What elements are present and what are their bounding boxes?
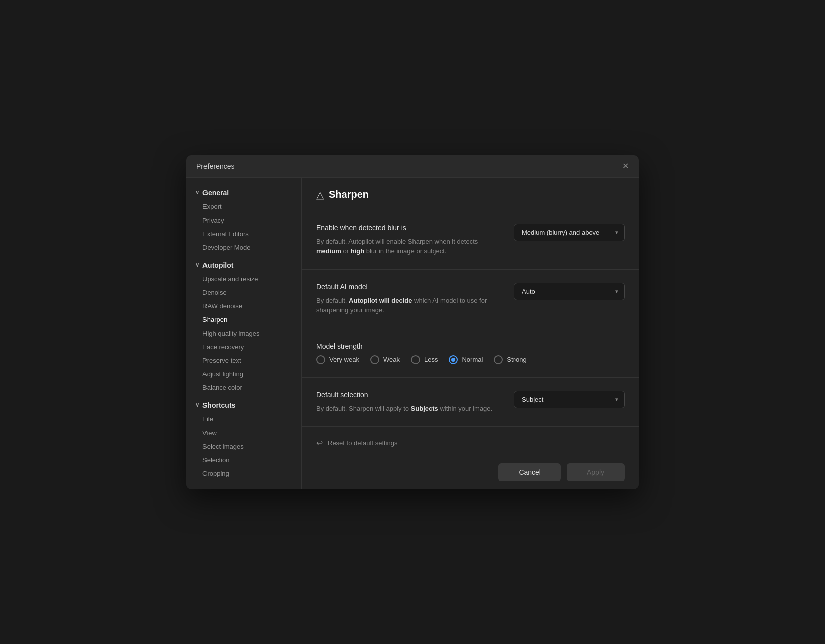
- radio-less-input[interactable]: [411, 355, 420, 364]
- sidebar-section-autopilot: ∨ Autopilot Upscale and resize Denoise R…: [186, 258, 301, 394]
- sidebar-item-adjust-lighting[interactable]: Adjust lighting: [186, 367, 301, 381]
- sidebar-group-general-label: General: [202, 189, 229, 197]
- section-ai-model: Default AI model By default, Autopilot w…: [302, 270, 639, 329]
- ai-model-title: Default AI model: [316, 283, 504, 291]
- default-selection-select-wrapper: Subject Background Everything ▾: [514, 391, 625, 408]
- default-selection-select[interactable]: Subject Background Everything: [514, 391, 625, 408]
- blur-detection-select[interactable]: Any Medium (blurry) and above High (very…: [514, 224, 625, 241]
- sidebar-group-autopilot-label: Autopilot: [202, 261, 233, 269]
- sidebar-item-developer-mode[interactable]: Developer Mode: [186, 241, 301, 254]
- default-selection-title: Default selection: [316, 391, 492, 399]
- radio-weak[interactable]: Weak: [370, 355, 400, 364]
- sidebar-item-selection[interactable]: Selection: [186, 453, 301, 467]
- sidebar-item-denoise[interactable]: Denoise: [186, 286, 301, 299]
- radio-very-weak-label: Very weak: [329, 356, 359, 363]
- blur-detection-desc: By default, Autopilot will enable Sharpe…: [316, 237, 504, 256]
- blur-detection-content: Enable when detected blur is By default,…: [316, 224, 504, 256]
- section-default-selection: Default selection By default, Sharpen wi…: [302, 378, 639, 427]
- chevron-down-icon: ∨: [195, 402, 199, 408]
- dialog-title: Preferences: [196, 162, 234, 170]
- sidebar-group-autopilot[interactable]: ∨ Autopilot: [186, 258, 301, 272]
- sidebar-item-face-recovery[interactable]: Face recovery: [186, 340, 301, 354]
- radio-weak-input[interactable]: [370, 355, 379, 364]
- sidebar-item-external-editors[interactable]: External Editors: [186, 227, 301, 241]
- preferences-dialog: Preferences ✕ ∨ General Export Privacy E…: [186, 155, 639, 489]
- sidebar: ∨ General Export Privacy External Editor…: [186, 178, 302, 489]
- cancel-button[interactable]: Cancel: [498, 463, 561, 481]
- radio-very-weak-input[interactable]: [316, 355, 325, 364]
- chevron-down-icon: ∨: [195, 262, 199, 268]
- default-selection-content: Default selection By default, Sharpen wi…: [316, 391, 492, 414]
- default-selection-desc: By default, Sharpen will apply to Subjec…: [316, 404, 492, 414]
- sidebar-item-export[interactable]: Export: [186, 200, 301, 213]
- sidebar-item-sharpen[interactable]: Sharpen: [186, 313, 301, 327]
- radio-weak-label: Weak: [383, 356, 400, 363]
- sidebar-item-view[interactable]: View: [186, 426, 301, 440]
- ai-model-desc: By default, Autopilot will decide which …: [316, 296, 504, 315]
- page-header: Sharpen: [302, 178, 639, 210]
- sidebar-item-high-quality[interactable]: High quality images: [186, 327, 301, 340]
- ai-model-content: Default AI model By default, Autopilot w…: [316, 283, 504, 315]
- sidebar-item-preserve-text[interactable]: Preserve text: [186, 354, 301, 367]
- main-content: Sharpen Enable when detected blur is By …: [302, 178, 639, 455]
- sidebar-section-general: ∨ General Export Privacy External Editor…: [186, 186, 301, 254]
- reset-label: Reset to default settings: [328, 439, 397, 447]
- sidebar-item-privacy[interactable]: Privacy: [186, 213, 301, 227]
- dialog-body: ∨ General Export Privacy External Editor…: [186, 178, 639, 489]
- radio-very-weak[interactable]: Very weak: [316, 355, 359, 364]
- sidebar-group-shortcuts-label: Shortcuts: [202, 401, 235, 409]
- blur-detection-title: Enable when detected blur is: [316, 224, 504, 232]
- radio-less[interactable]: Less: [411, 355, 438, 364]
- sidebar-item-balance-color[interactable]: Balance color: [186, 381, 301, 394]
- footer: Cancel Apply: [302, 455, 639, 489]
- sidebar-group-general[interactable]: ∨ General: [186, 186, 301, 200]
- chevron-down-icon: ∨: [195, 189, 199, 196]
- radio-strong[interactable]: Strong: [494, 355, 526, 364]
- reset-icon: ↩: [316, 438, 323, 448]
- blur-detection-row: Enable when detected blur is By default,…: [316, 224, 625, 256]
- radio-normal[interactable]: Normal: [449, 355, 483, 364]
- ai-model-select-wrapper: Auto Standard Strong ▾: [514, 283, 625, 300]
- sidebar-item-raw-denoise[interactable]: RAW denoise: [186, 299, 301, 313]
- section-blur-detection: Enable when detected blur is By default,…: [302, 210, 639, 270]
- radio-strong-label: Strong: [507, 356, 526, 363]
- page-title: Sharpen: [329, 189, 369, 200]
- close-button[interactable]: ✕: [622, 162, 629, 170]
- sharpen-icon: [316, 189, 324, 201]
- blur-detection-select-wrapper: Any Medium (blurry) and above High (very…: [514, 224, 625, 241]
- default-selection-row: Default selection By default, Sharpen wi…: [316, 391, 625, 414]
- sidebar-item-file[interactable]: File: [186, 412, 301, 426]
- section-model-strength: Model strength Very weak Weak Less: [302, 329, 639, 378]
- radio-strong-input[interactable]: [494, 355, 503, 364]
- radio-normal-label: Normal: [462, 356, 483, 363]
- sidebar-section-shortcuts: ∨ Shortcuts File View Select images Sele…: [186, 398, 301, 480]
- title-bar: Preferences ✕: [186, 155, 639, 178]
- ai-model-select[interactable]: Auto Standard Strong: [514, 283, 625, 300]
- reset-row[interactable]: ↩ Reset to default settings: [302, 427, 639, 455]
- sidebar-item-cropping[interactable]: Cropping: [186, 467, 301, 480]
- sidebar-item-select-images[interactable]: Select images: [186, 440, 301, 453]
- sidebar-item-upscale[interactable]: Upscale and resize: [186, 272, 301, 286]
- radio-normal-input[interactable]: [449, 355, 458, 364]
- radio-less-label: Less: [424, 356, 438, 363]
- apply-button[interactable]: Apply: [567, 463, 625, 481]
- sidebar-group-shortcuts[interactable]: ∨ Shortcuts: [186, 398, 301, 412]
- main-panel: Sharpen Enable when detected blur is By …: [302, 178, 639, 489]
- ai-model-row: Default AI model By default, Autopilot w…: [316, 283, 625, 315]
- model-strength-title: Model strength: [316, 342, 625, 350]
- model-strength-radio-group: Very weak Weak Less Normal: [316, 355, 625, 364]
